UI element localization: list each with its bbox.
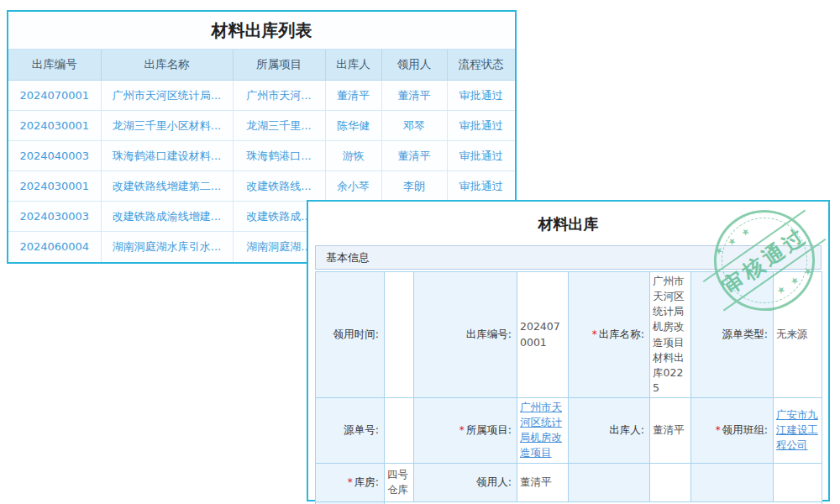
label-text: 所属项目: xyxy=(466,423,512,436)
table-row[interactable]: 2024030001 改建铁路线增建第二... 改建铁路线... 余小琴 李朗 … xyxy=(8,171,515,202)
status-badge: 审批通过 xyxy=(447,171,515,202)
column-header-project: 所属项目 xyxy=(233,50,325,81)
status-badge: 审批通过 xyxy=(447,111,515,141)
detail-title: 材料出库 xyxy=(315,202,822,245)
cell-project: 珠海鹤港口... xyxy=(233,141,325,171)
value-receiver: 董清平 xyxy=(517,463,569,501)
label-receiving-team: *领用班组: xyxy=(691,398,774,464)
required-marker: * xyxy=(348,476,353,488)
app-canvas: 材料出库列表 出库编号 出库名称 所属项目 出库人 领用人 流程状态 20240… xyxy=(0,0,840,504)
column-header-outbound-no: 出库编号 xyxy=(8,50,101,81)
cell-issuer: 陈华健 xyxy=(325,111,381,141)
value-collect-time xyxy=(385,272,414,398)
cell-project: 广州市天河... xyxy=(233,81,325,111)
value-outbound-no: 2024070001 xyxy=(517,272,569,398)
cell-outbound-no[interactable]: 2024070001 xyxy=(8,81,101,111)
label-text: 领用班组: xyxy=(722,423,768,436)
column-header-outbound-name: 出库名称 xyxy=(101,50,233,81)
form-row: 源单号: *所属项目: 广州市天河区统计局机房改造项目 出库人: 董清平 *领用… xyxy=(316,398,822,464)
receiving-team-link[interactable]: 广安市九江建设工程公司 xyxy=(776,408,818,451)
cell-outbound-name: 珠海鹤港口建设材料... xyxy=(101,141,233,171)
cell-receiver: 董清平 xyxy=(381,81,447,111)
value-outbound-name: 广州市天河区统计局机房改造项目材料出库0225 xyxy=(650,272,691,398)
value-issuer: 董清平 xyxy=(650,398,691,464)
cell-issuer: 余小琴 xyxy=(325,171,381,202)
cell-receiver: 邓琴 xyxy=(381,111,447,141)
cell-issuer: 游恢 xyxy=(325,141,381,171)
cell-outbound-no[interactable]: 2024030001 xyxy=(8,111,101,141)
column-header-receiver: 领用人 xyxy=(381,50,447,81)
outbound-detail-panel: 材料出库 基本信息 领用时间: 出库编号: 2024070001 *出库名称: … xyxy=(307,200,830,501)
label-project: *所属项目: xyxy=(414,398,517,464)
list-header-row: 出库编号 出库名称 所属项目 出库人 领用人 流程状态 xyxy=(8,50,515,81)
table-row[interactable]: 2024070001 广州市天河区统计局... 广州市天河... 董清平 董清平… xyxy=(8,81,515,111)
label-issuer: 出库人: xyxy=(569,398,650,464)
value-empty xyxy=(774,463,822,501)
required-marker: * xyxy=(459,424,465,436)
label-text: 出库名称: xyxy=(599,328,644,340)
label-empty xyxy=(691,463,774,501)
cell-outbound-name: 湖南洞庭湖水库引水... xyxy=(101,232,233,262)
cell-outbound-name: 改建铁路线增建第二... xyxy=(101,171,233,202)
status-badge: 审批通过 xyxy=(447,141,515,171)
table-row[interactable]: 2024030001 龙湖三千里小区材料... 龙湖三千里... 陈华健 邓琴 … xyxy=(8,111,515,141)
label-warehouse: *库房: xyxy=(316,463,385,501)
label-text: 库房: xyxy=(354,475,379,488)
label-outbound-name: *出库名称: xyxy=(569,272,650,398)
outbound-detail-form: 领用时间: 出库编号: 2024070001 *出库名称: 广州市天河区统计局机… xyxy=(315,271,822,504)
value-receiving-team: 广安市九江建设工程公司 xyxy=(774,398,822,464)
cell-outbound-name: 龙湖三千里小区材料... xyxy=(101,111,233,141)
cell-outbound-no[interactable]: 2024030003 xyxy=(8,202,101,232)
value-source-no xyxy=(385,398,414,464)
required-marker: * xyxy=(592,328,597,340)
label-source-type: 源单类型: xyxy=(691,272,774,398)
required-marker: * xyxy=(716,424,721,436)
list-title: 材料出库列表 xyxy=(8,12,515,49)
cell-project: 龙湖三千里... xyxy=(233,111,325,141)
cell-outbound-no[interactable]: 2024060004 xyxy=(8,232,101,262)
value-project: 广州市天河区统计局机房改造项目 xyxy=(517,398,569,464)
cell-outbound-no[interactable]: 2024030001 xyxy=(8,171,101,202)
status-badge: 审批通过 xyxy=(447,81,515,111)
project-link[interactable]: 广州市天河区统计局机房改造项目 xyxy=(520,401,562,459)
section-basic-info: 基本信息 xyxy=(315,245,822,270)
value-warehouse: 四号仓库 xyxy=(385,463,414,501)
form-row: 领用时间: 出库编号: 2024070001 *出库名称: 广州市天河区统计局机… xyxy=(316,272,822,398)
form-row: *库房: 四号仓库 领用人: 董清平 xyxy=(316,463,822,501)
cell-outbound-no[interactable]: 2024040003 xyxy=(8,141,101,171)
label-empty xyxy=(569,463,650,501)
label-receiver: 领用人: xyxy=(414,463,517,501)
table-row[interactable]: 2024040003 珠海鹤港口建设材料... 珠海鹤港口... 游恢 董清平 … xyxy=(8,141,515,171)
label-collect-time: 领用时间: xyxy=(316,272,385,398)
value-empty xyxy=(650,463,691,501)
column-header-issuer: 出库人 xyxy=(325,50,381,81)
cell-outbound-name: 广州市天河区统计局... xyxy=(101,81,233,111)
label-source-no: 源单号: xyxy=(316,398,385,464)
column-header-status: 流程状态 xyxy=(447,50,515,81)
label-outbound-no: 出库编号: xyxy=(414,272,517,398)
cell-receiver: 董清平 xyxy=(381,141,447,171)
value-source-type: 无来源 xyxy=(774,272,822,398)
cell-outbound-name: 改建铁路成渝线增建... xyxy=(101,202,233,232)
cell-receiver: 李朗 xyxy=(381,171,447,202)
cell-issuer: 董清平 xyxy=(325,81,381,111)
cell-project: 改建铁路线... xyxy=(233,171,325,202)
